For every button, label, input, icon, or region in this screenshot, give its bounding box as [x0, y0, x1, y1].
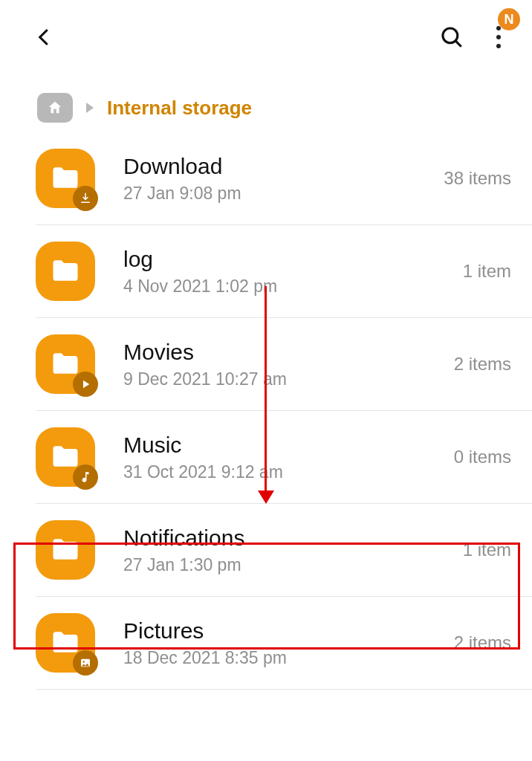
play-icon [73, 372, 98, 397]
music-icon [73, 464, 98, 490]
folder-count: 2 items [454, 632, 511, 653]
folder-row-pictures[interactable]: Pictures 18 Dec 2021 8:35 pm 2 items [36, 597, 532, 690]
folder-icon [36, 427, 95, 487]
folder-count: 1 item [463, 261, 511, 282]
breadcrumb-home[interactable] [37, 93, 73, 123]
folder-count: 0 items [454, 447, 511, 467]
svg-line-1 [455, 41, 461, 47]
more-menu-button[interactable]: N [487, 19, 510, 56]
folder-name: Download [123, 154, 436, 179]
folder-name: Pictures [123, 618, 447, 644]
app-bar: N [0, 0, 532, 67]
folder-icon [36, 149, 95, 208]
folder-meta: 4 Nov 2021 1:02 pm [123, 276, 455, 297]
chevron-right-icon [86, 103, 94, 113]
folder-row-movies[interactable]: Movies 9 Dec 2021 10:27 am 2 items [36, 318, 532, 411]
avatar: N [498, 8, 520, 30]
folder-meta: 27 Jan 9:08 pm [123, 184, 436, 204]
folder-count: 2 items [454, 354, 511, 375]
breadcrumb-current[interactable]: Internal storage [107, 97, 252, 120]
folder-count: 38 items [444, 168, 511, 189]
download-icon [73, 186, 98, 211]
folder-meta: 18 Dec 2021 8:35 pm [123, 648, 447, 668]
folder-meta: 27 Jan 1:30 pm [123, 555, 455, 575]
folder-name: Music [123, 433, 447, 458]
home-icon [47, 100, 63, 116]
folder-icon [36, 613, 95, 673]
folder-name: log [123, 247, 455, 272]
folder-icon [36, 520, 95, 580]
svg-point-0 [443, 28, 458, 43]
folder-name: Movies [123, 340, 447, 365]
folder-name: Notifications [123, 525, 455, 551]
folder-icon [36, 242, 95, 301]
folder-row-log[interactable]: log 4 Nov 2021 1:02 pm 1 item [36, 225, 532, 318]
folder-meta: 9 Dec 2021 10:27 am [123, 369, 447, 389]
folder-count: 1 item [463, 540, 511, 560]
image-icon [73, 650, 98, 676]
folder-list: Download 27 Jan 9:08 pm 38 items log 4 N… [0, 141, 532, 690]
folder-icon [36, 334, 95, 394]
search-icon[interactable] [438, 24, 465, 51]
folder-row-notifications[interactable]: Notifications 27 Jan 1:30 pm 1 item [36, 504, 532, 597]
folder-meta: 31 Oct 2021 9:12 am [123, 462, 447, 482]
folder-row-music[interactable]: Music 31 Oct 2021 9:12 am 0 items [36, 411, 532, 504]
folder-row-download[interactable]: Download 27 Jan 9:08 pm 38 items [36, 141, 532, 225]
back-button[interactable] [30, 22, 59, 52]
kebab-icon [496, 26, 501, 48]
breadcrumb: Internal storage [0, 67, 532, 141]
svg-point-3 [83, 661, 85, 662]
